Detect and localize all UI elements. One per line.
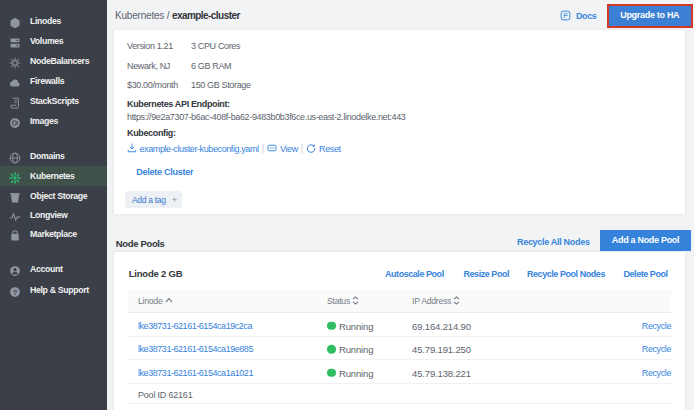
svg-text:?: ? [13,287,18,296]
